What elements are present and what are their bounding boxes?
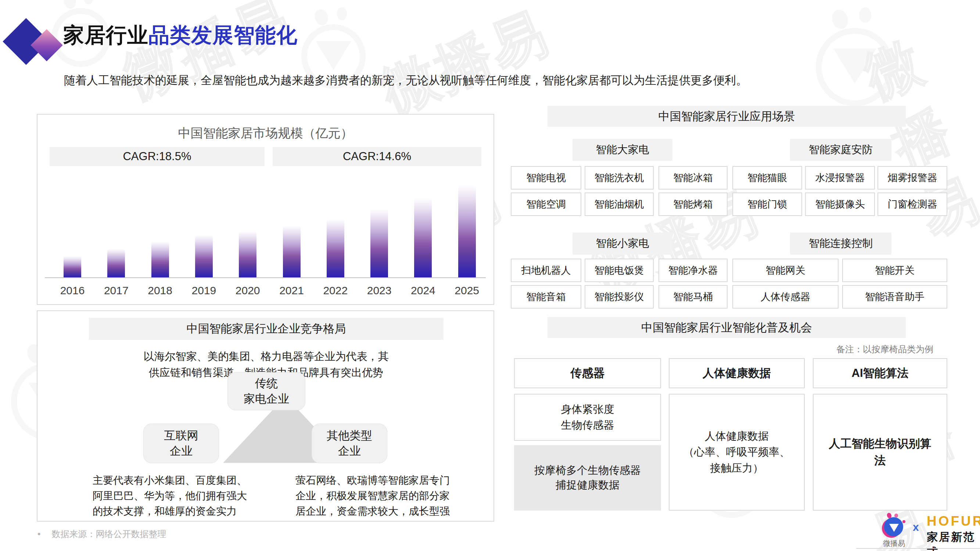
scenarios-header: 中国智能家居行业应用场景 — [547, 106, 906, 127]
x-tick-2017: 2017 — [104, 284, 129, 297]
group-header-small-appliances: 智能小家电 — [573, 232, 673, 254]
opportunity-ai-algorithm-box: 人工智能生物识别算 法 — [813, 394, 947, 511]
scenario-item-wide: 智能语音助手 — [842, 285, 947, 308]
chart-bar-2023 — [371, 210, 388, 277]
opportunity-col3-header: AI智能算法 — [813, 358, 947, 388]
competition-left-desc: 主要代表有小米集团、百度集团、 阿里巴巴、华为等，他们拥有强大 的技术支撑，和雄… — [92, 473, 280, 519]
scenario-item: 智能马桶 — [659, 285, 727, 308]
bar-chart-plot: 2016201720182019202020212022202320242025 — [38, 114, 493, 304]
watermark-text: 微播易 — [113, 0, 303, 115]
x-tick-2018: 2018 — [148, 284, 172, 297]
opportunity-col1-header: 传感器 — [514, 358, 661, 388]
scenario-item: 智能摄像头 — [805, 192, 875, 216]
chart-bar-2017 — [107, 249, 125, 278]
scenario-item: 智能空调 — [511, 192, 581, 216]
watermark-text: 微播易 — [371, 0, 560, 130]
opportunity-header: 中国智能家居行业智能化普及机会 — [547, 317, 906, 338]
page-title-blue: 品类发展智能化 — [148, 23, 298, 47]
scenario-item: 智能音箱 — [511, 285, 581, 308]
x-tick-2020: 2020 — [235, 284, 260, 297]
watermark-logo — [816, 7, 919, 110]
x-tick-2025: 2025 — [455, 284, 479, 297]
scenario-item-wide: 人体传感器 — [732, 285, 838, 308]
market-chart-panel: 中国智能家居市场规模（亿元） CAGR:18.5% CAGR:14.6% 201… — [37, 114, 494, 305]
competition-right-desc: 萤石网络、欧瑞博等智能家居专门 企业，积极发展智慧家居的部分家 居企业，资金需求… — [296, 473, 487, 519]
x-tick-2016: 2016 — [60, 284, 85, 297]
data-source-bullet: • — [38, 529, 40, 539]
x-tick-2021: 2021 — [279, 284, 304, 297]
opportunity-massage-chair-box: 按摩椅多个生物传感器 捕捉健康数据 — [514, 445, 661, 511]
chart-bar-2016 — [64, 256, 81, 278]
page-title: 家居行业品类发展智能化 — [63, 21, 298, 49]
scenario-item: 智能冰箱 — [659, 166, 727, 189]
x-tick-2023: 2023 — [367, 284, 392, 297]
page-title-black: 家居行业 — [63, 23, 148, 47]
x-tick-2019: 2019 — [192, 284, 216, 297]
weiboyi-logo-icon — [882, 513, 906, 539]
footer-divider — [856, 548, 980, 549]
logo-x-divider: x — [913, 521, 919, 534]
data-source-text: 数据来源：网络公开数据整理 — [51, 529, 166, 539]
competition-top-box: 传统 家电企业 — [228, 372, 305, 410]
x-tick-2024: 2024 — [411, 284, 436, 297]
scenario-item: 水浸报警器 — [805, 166, 875, 189]
scenario-item: 智能投影仪 — [585, 285, 654, 308]
scenario-item: 智能净水器 — [659, 259, 727, 282]
opportunity-col2-header: 人体健康数据 — [669, 358, 805, 388]
scenario-item: 扫地机器人 — [511, 259, 581, 282]
scenario-item: 烟雾报警器 — [878, 166, 947, 189]
competition-panel: 中国智能家居行业企业竞争格局 以海尔智家、美的集团、格力电器等企业为代表，其 供… — [37, 310, 494, 522]
scenario-item-wide: 智能开关 — [842, 259, 947, 282]
scenario-item: 智能电视 — [511, 166, 581, 189]
chart-bar-2024 — [414, 198, 432, 277]
group-header-major-appliances: 智能大家电 — [573, 139, 673, 161]
data-source: •数据来源：网络公开数据整理 — [38, 528, 166, 540]
scenario-item: 门窗检测器 — [878, 192, 947, 216]
scenario-item: 智能猫眼 — [732, 166, 802, 189]
chart-bar-2019 — [195, 235, 213, 277]
hofur-logo: HOFUR 家居新范式 — [927, 513, 980, 551]
opportunity-health-data-box: 人体健康数据 （心率、呼吸平频率、 接触压力） — [669, 394, 805, 511]
competition-header: 中国智能家居行业企业竞争格局 — [89, 318, 444, 340]
chart-bar-2021 — [283, 226, 301, 277]
scenario-item: 智能烤箱 — [659, 192, 727, 216]
x-tick-2022: 2022 — [323, 284, 348, 297]
scenario-item-wide: 智能网关 — [732, 259, 838, 282]
scenario-item: 智能洗衣机 — [585, 166, 654, 189]
competition-right-box: 其他类型 企业 — [312, 424, 387, 463]
x-axis — [45, 277, 486, 278]
hofur-logo-text: HOFUR — [927, 513, 980, 529]
scenario-item: 智能门锁 — [732, 192, 802, 216]
chart-bar-2025 — [458, 186, 476, 277]
opportunity-note: 备注：以按摩椅品类为例 — [805, 343, 933, 355]
weiboyi-logo-text: 微播易 — [878, 538, 910, 548]
scenario-item: 智能电饭煲 — [585, 259, 654, 282]
chart-bar-2018 — [151, 242, 169, 278]
chart-bar-2022 — [327, 220, 344, 278]
slide: 微播易 微播易 微播易 微播易 微播易 微播易 家居行业品类发展智能化 随着人工… — [0, 0, 980, 551]
group-header-home-security: 智能家庭安防 — [790, 139, 891, 161]
watermark-text: 微播易 — [854, 14, 980, 253]
chart-bar-2020 — [239, 232, 256, 277]
competition-left-box: 互联网 企业 — [143, 424, 219, 463]
page-subtitle: 随着人工智能技术的延展，全屋智能也成为越来越多消费者的新宠，无论从视听触等任何维… — [64, 73, 748, 88]
group-header-connectivity: 智能连接控制 — [790, 232, 891, 254]
opportunity-sensor-box: 身体紧张度 生物传感器 — [514, 394, 661, 441]
scenario-item: 智能油烟机 — [585, 192, 654, 216]
